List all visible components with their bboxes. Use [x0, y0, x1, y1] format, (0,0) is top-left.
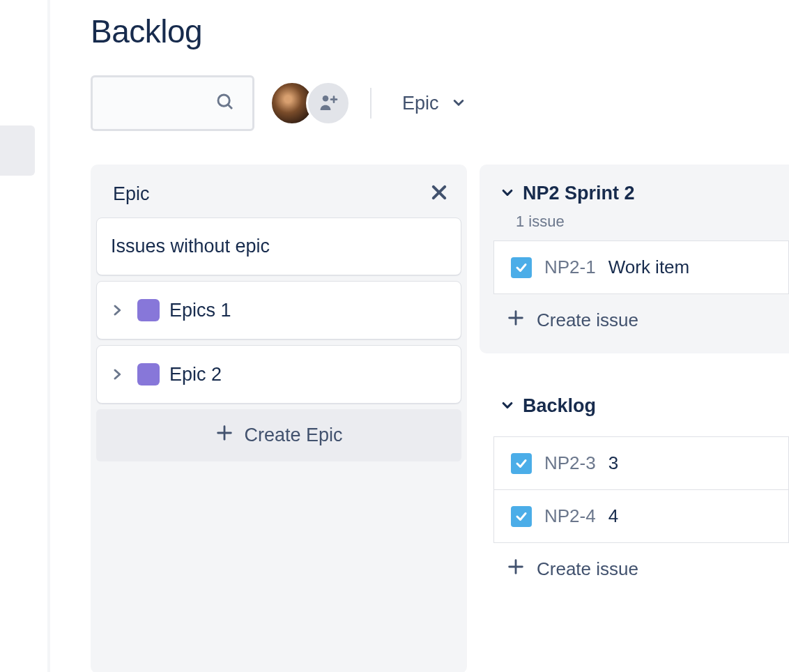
close-icon: [429, 183, 449, 205]
epic-color-swatch: [137, 363, 160, 385]
avatar-group: [270, 81, 351, 125]
epic-panel-title: Epic: [113, 183, 150, 205]
sprint-issue-count: 1 issue: [480, 208, 789, 240]
svg-point-0: [218, 95, 229, 106]
backlog-issue-list: NP2-3 3 NP2-4 4: [493, 436, 789, 543]
chevron-down-icon: [500, 395, 514, 417]
plus-icon: [215, 423, 234, 448]
epic-filter-label: Epic: [402, 93, 439, 114]
backlog-title: Backlog: [523, 395, 596, 417]
page-title: Backlog: [91, 13, 789, 50]
epic-name: Epics 1: [169, 300, 231, 321]
epic-filter-dropdown[interactable]: Epic: [394, 87, 474, 120]
issue-row[interactable]: NP2-1 Work item: [493, 240, 789, 294]
epic-name: Epic 2: [169, 364, 222, 385]
sprint-block: NP2 Sprint 2 1 issue NP2-1 Work item: [480, 165, 789, 353]
sprint-name: NP2 Sprint 2: [523, 183, 635, 204]
search-icon: [215, 91, 236, 115]
epic-row[interactable]: Epics 1: [96, 281, 461, 339]
task-icon: [511, 453, 532, 474]
epic-row[interactable]: Epic 2: [96, 345, 461, 404]
sidebar-rail: [0, 0, 50, 672]
plus-icon: [506, 557, 526, 581]
close-epic-panel-button[interactable]: [429, 183, 449, 205]
sidebar-selected-item[interactable]: [0, 125, 35, 176]
backlog-header[interactable]: Backlog: [480, 395, 789, 436]
columns: Epic Issues without epic: [91, 165, 789, 672]
issue-summary: 4: [608, 505, 618, 527]
svg-line-1: [228, 105, 232, 109]
issue-row[interactable]: NP2-3 3: [494, 437, 788, 489]
plus-icon: [506, 308, 526, 333]
task-icon: [511, 257, 532, 278]
svg-point-2: [323, 96, 329, 102]
epic-color-swatch: [137, 299, 160, 321]
create-issue-label: Create issue: [537, 558, 638, 580]
issues-without-epic-label: Issues without epic: [111, 236, 270, 257]
issue-summary: Work item: [608, 257, 690, 278]
divider: [370, 88, 371, 119]
chevron-right-icon: [111, 368, 128, 381]
epic-panel: Epic Issues without epic: [91, 165, 467, 672]
issues-without-epic[interactable]: Issues without epic: [96, 217, 461, 275]
create-issue-label: Create issue: [537, 310, 638, 331]
search-input[interactable]: [91, 75, 254, 131]
toolbar: Epic: [91, 75, 789, 131]
task-icon: [511, 506, 532, 527]
issue-row[interactable]: NP2-4 4: [494, 489, 788, 542]
create-epic-button[interactable]: Create Epic: [96, 409, 461, 461]
issue-key: NP2-4: [544, 505, 596, 527]
chevron-down-icon: [452, 93, 466, 114]
main-content: Backlog Epic: [91, 0, 789, 672]
sprint-header[interactable]: NP2 Sprint 2: [480, 171, 789, 208]
create-issue-button[interactable]: Create issue: [480, 294, 789, 346]
add-people-button[interactable]: [306, 81, 351, 125]
backlog-section: Backlog NP2-3 3: [480, 395, 789, 595]
right-column: NP2 Sprint 2 1 issue NP2-1 Work item: [480, 165, 789, 672]
svg-rect-4: [330, 98, 338, 100]
epic-panel-header: Epic: [96, 170, 461, 217]
issue-summary: 3: [608, 452, 618, 474]
issue-key: NP2-3: [544, 452, 596, 474]
chevron-right-icon: [111, 304, 128, 316]
chevron-down-icon: [500, 183, 514, 204]
issue-key: NP2-1: [544, 257, 596, 278]
create-epic-label: Create Epic: [244, 425, 342, 446]
create-issue-button[interactable]: Create issue: [480, 543, 789, 595]
